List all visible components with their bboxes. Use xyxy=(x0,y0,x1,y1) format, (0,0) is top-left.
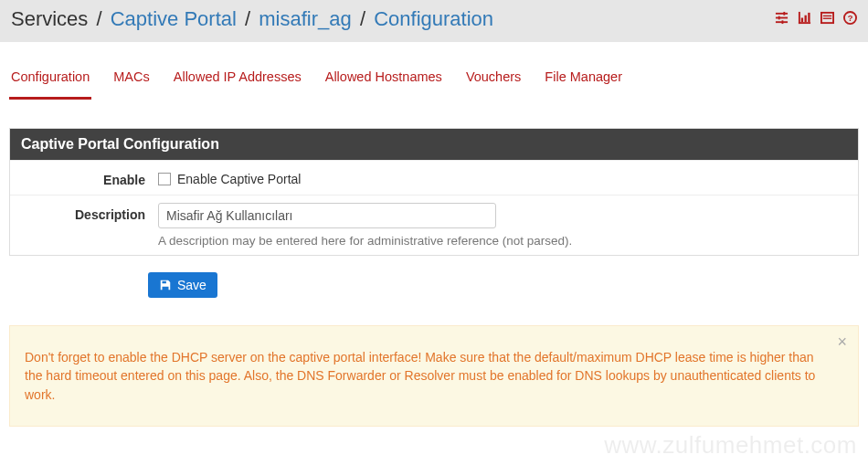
header-action-icons: ? xyxy=(775,11,857,27)
svg-rect-8 xyxy=(801,18,803,23)
svg-rect-13 xyxy=(823,18,831,19)
description-input[interactable] xyxy=(158,203,496,228)
breadcrumb-sep: / xyxy=(360,7,365,30)
alert-close-icon[interactable]: × xyxy=(837,333,847,350)
breadcrumb-link-captive-portal[interactable]: Captive Portal xyxy=(111,7,237,30)
breadcrumb-link-configuration[interactable]: Configuration xyxy=(374,7,493,30)
status-graph-icon[interactable] xyxy=(798,11,811,27)
breadcrumb: Services / Captive Portal / misafir_ag /… xyxy=(11,7,493,31)
config-panel: Captive Portal Configuration Enable Enab… xyxy=(9,128,859,256)
svg-rect-9 xyxy=(805,16,807,23)
svg-rect-10 xyxy=(808,13,810,22)
tab-configuration[interactable]: Configuration xyxy=(9,64,91,100)
svg-rect-1 xyxy=(776,17,788,19)
save-row: Save xyxy=(0,256,868,316)
label-description: Description xyxy=(21,203,158,222)
svg-rect-5 xyxy=(782,20,784,24)
save-icon xyxy=(159,279,172,291)
row-description: Description A description may be entered… xyxy=(10,195,858,255)
page-header: Services / Captive Portal / misafir_ag /… xyxy=(0,0,868,42)
row-enable: Enable Enable Captive Portal xyxy=(10,160,858,195)
enable-checkbox[interactable] xyxy=(158,173,171,185)
svg-rect-12 xyxy=(823,16,831,16)
tab-allowed-hostnames[interactable]: Allowed Hostnames xyxy=(323,64,444,100)
alert-text: Don't forget to enable the DHCP server o… xyxy=(25,350,815,402)
settings-sliders-icon[interactable] xyxy=(775,11,789,27)
label-enable: Enable xyxy=(21,168,158,187)
description-help: A description may be entered here for ad… xyxy=(158,234,847,248)
svg-rect-7 xyxy=(799,22,810,24)
tab-bar: Configuration MACs Allowed IP Addresses … xyxy=(0,42,868,100)
svg-rect-0 xyxy=(776,13,788,15)
svg-rect-6 xyxy=(799,12,800,24)
breadcrumb-root: Services xyxy=(11,7,88,30)
log-icon[interactable] xyxy=(820,11,834,27)
svg-rect-3 xyxy=(783,12,785,16)
save-button-label: Save xyxy=(177,278,206,292)
svg-rect-4 xyxy=(778,16,780,20)
breadcrumb-sep: / xyxy=(96,7,101,30)
watermark: www.zulfumehmet.com xyxy=(604,431,857,460)
breadcrumb-link-zone[interactable]: misafir_ag xyxy=(259,7,351,30)
save-button[interactable]: Save xyxy=(148,272,217,298)
svg-text:?: ? xyxy=(848,14,853,23)
panel-title: Captive Portal Configuration xyxy=(10,129,858,160)
tab-file-manager[interactable]: File Manager xyxy=(543,64,624,100)
tab-macs[interactable]: MACs xyxy=(111,64,151,100)
enable-checkbox-wrap[interactable]: Enable Captive Portal xyxy=(158,168,847,186)
dhcp-warning-alert: × Don't forget to enable the DHCP server… xyxy=(9,325,859,427)
tab-vouchers[interactable]: Vouchers xyxy=(464,64,523,100)
tab-allowed-ips[interactable]: Allowed IP Addresses xyxy=(172,64,303,100)
enable-checkbox-label: Enable Captive Portal xyxy=(177,172,301,186)
help-icon[interactable]: ? xyxy=(843,11,857,27)
breadcrumb-sep: / xyxy=(245,7,250,30)
